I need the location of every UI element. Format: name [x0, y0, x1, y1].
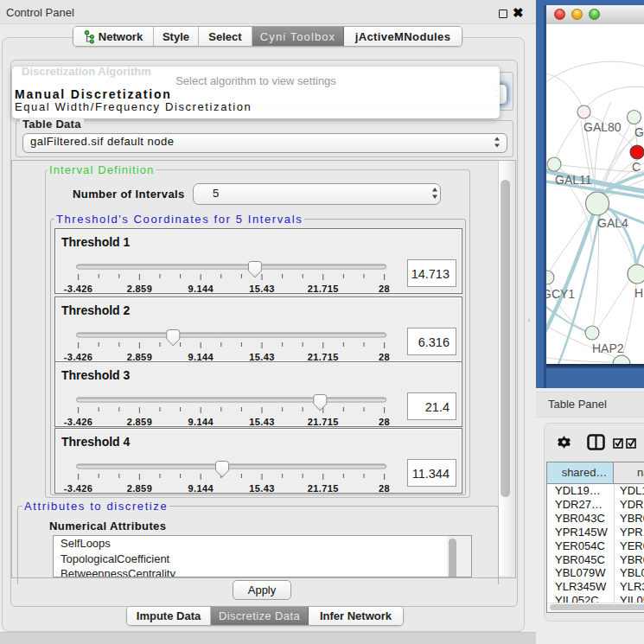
svg-text:28: 28: [379, 352, 390, 362]
svg-text:15.43: 15.43: [249, 483, 275, 494]
svg-text:-3.426: -3.426: [64, 352, 93, 362]
svg-text:21.715: 21.715: [308, 284, 339, 294]
svg-text:HAP2: HAP2: [592, 341, 624, 355]
svg-text:GAL4: GAL4: [597, 216, 628, 230]
svg-text:28: 28: [379, 284, 390, 294]
svg-text:21.715: 21.715: [308, 352, 339, 362]
svg-text:21.715: 21.715: [308, 483, 339, 494]
svg-text:-3.426: -3.426: [64, 417, 93, 427]
svg-text:9.144: 9.144: [188, 284, 214, 294]
svg-text:21.715: 21.715: [308, 417, 339, 427]
svg-text:GCY1: GCY1: [546, 287, 575, 301]
svg-text:-3.426: -3.426: [64, 284, 93, 294]
svg-text:9.144: 9.144: [188, 352, 214, 362]
svg-text:-3.426: -3.426: [64, 483, 93, 494]
svg-text:G.: G.: [634, 125, 644, 139]
svg-text:2.859: 2.859: [127, 417, 153, 427]
svg-text:GAL80: GAL80: [583, 120, 622, 134]
svg-text:15.43: 15.43: [249, 284, 275, 294]
svg-text:28: 28: [379, 483, 390, 494]
svg-text:H: H: [634, 286, 643, 300]
svg-text:2.859: 2.859: [127, 483, 153, 494]
svg-text:9.144: 9.144: [188, 417, 214, 427]
svg-text:15.43: 15.43: [249, 417, 275, 427]
svg-text:15.43: 15.43: [249, 352, 275, 362]
svg-text:GAL11: GAL11: [555, 173, 592, 187]
svg-text:C: C: [632, 160, 641, 174]
svg-text:28: 28: [379, 417, 390, 427]
svg-text:2.859: 2.859: [127, 284, 153, 294]
svg-text:9.144: 9.144: [188, 483, 214, 494]
svg-text:2.859: 2.859: [127, 352, 153, 362]
